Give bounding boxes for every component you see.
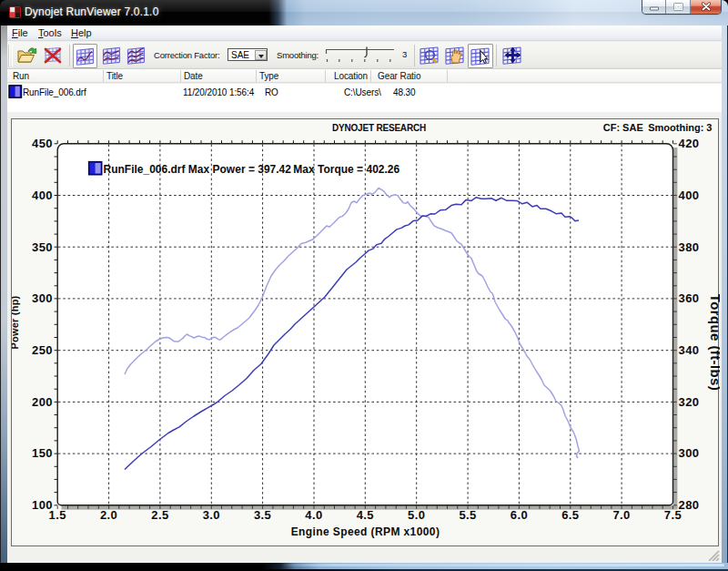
svg-text:5.0: 5.0	[408, 508, 425, 522]
svg-text:420: 420	[679, 137, 700, 150]
svg-text:RunFile_006.drf Max Power = 39: RunFile_006.drf Max Power = 397.42 Max T…	[104, 163, 400, 176]
svg-text:5.5: 5.5	[459, 508, 476, 522]
svg-text:7.0: 7.0	[612, 508, 630, 522]
svg-text:7.5: 7.5	[664, 508, 682, 522]
svg-text:300: 300	[32, 291, 53, 305]
svg-text:Power (hp): Power (hp)	[12, 295, 20, 349]
svg-text:340: 340	[679, 343, 700, 357]
svg-text:200: 200	[32, 395, 53, 409]
svg-text:DYNOJET RESEARCH: DYNOJET RESEARCH	[332, 123, 426, 133]
svg-text:3.0: 3.0	[203, 508, 220, 522]
svg-text:Torque (ft-lbs): Torque (ft-lbs)	[708, 294, 720, 392]
svg-text:6.5: 6.5	[561, 508, 579, 522]
svg-text:4.0: 4.0	[305, 508, 322, 522]
svg-text:2.0: 2.0	[100, 508, 117, 522]
svg-text:320: 320	[679, 395, 700, 409]
svg-text:360: 360	[679, 291, 700, 305]
svg-text:450: 450	[32, 137, 53, 150]
svg-text:300: 300	[679, 446, 700, 460]
svg-text:400: 400	[679, 189, 700, 202]
svg-text:4.5: 4.5	[357, 508, 374, 522]
svg-text:380: 380	[679, 240, 700, 254]
svg-text:Engine Speed (RPM x1000): Engine Speed (RPM x1000)	[291, 525, 440, 538]
svg-text:6.0: 6.0	[511, 508, 528, 522]
svg-text:3.5: 3.5	[254, 508, 271, 522]
svg-text:350: 350	[32, 240, 53, 254]
svg-text:400: 400	[32, 189, 53, 202]
svg-text:2.5: 2.5	[151, 508, 168, 522]
svg-text:CF: SAE Smoothing: 3: CF: SAE Smoothing: 3	[603, 122, 713, 133]
svg-text:1.5: 1.5	[49, 508, 66, 522]
svg-text:250: 250	[32, 343, 53, 357]
svg-text:150: 150	[32, 446, 53, 460]
